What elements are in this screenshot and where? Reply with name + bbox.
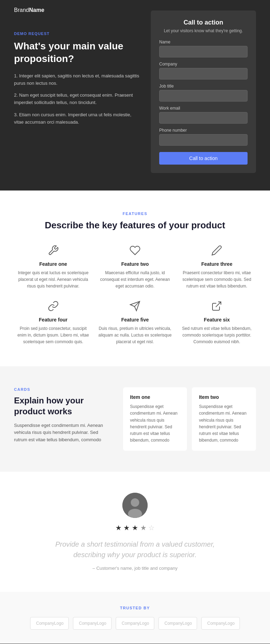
feature-2-desc: Maecenas efficitur nulla justo, id conse… xyxy=(97,270,172,290)
cards-section: CARDS Explain how your product works Sus… xyxy=(0,366,270,472)
svg-point-4 xyxy=(131,498,139,507)
star-rating: ★ ★ ★ ★ ☆ xyxy=(14,524,256,532)
send-icon xyxy=(129,300,141,313)
feature-3-name: Feature three xyxy=(201,261,232,267)
cards-title: Explain how your product works xyxy=(14,395,109,417)
input-name[interactable] xyxy=(159,46,248,57)
features-section: FEATURES Describe the key features of yo… xyxy=(0,191,270,366)
cards-right: Item one Suspendisse eget condimentum mi… xyxy=(123,387,256,451)
heart-icon xyxy=(129,245,141,258)
card-1-desc: Suspendisse eget condimentum mi. Aenean … xyxy=(130,403,180,444)
hero-para-2: 2. Nam eget suscipit tellus, eget conseq… xyxy=(14,92,140,106)
testimonial-author: – Customer's name, job title and company xyxy=(14,566,256,571)
feature-6-name: Feature six xyxy=(204,317,230,323)
label-phone: Phone number xyxy=(159,128,248,133)
input-phone[interactable] xyxy=(159,134,248,146)
feature-item-4: Feature four Proin sed justo consectetur… xyxy=(16,300,90,346)
star-4-half: ★ xyxy=(140,524,147,532)
form-subtitle: Let your visitors know what they're gett… xyxy=(159,28,248,33)
brand-name-regular: Brand xyxy=(14,7,29,13)
card-item-2: Item two Suspendisse eget condimentum mi… xyxy=(192,387,256,451)
cards-left: CARDS Explain how your product works Sus… xyxy=(14,387,116,444)
form-group-email: Work email xyxy=(159,106,248,124)
hero-left: DEMO REQUEST What's your main value prop… xyxy=(14,11,140,131)
person-silhouette xyxy=(122,493,148,518)
logo-2: CompanyLogo xyxy=(73,617,112,630)
logo-5: CompanyLogo xyxy=(201,617,240,630)
logo-4: CompanyLogo xyxy=(158,617,197,630)
form-group-phone: Phone number xyxy=(159,128,248,146)
logo-1: CompanyLogo xyxy=(30,617,69,630)
hero-title: What's your main value proposition? xyxy=(14,40,140,65)
pencil-icon xyxy=(211,245,222,258)
hero-section: BrandName DEMO REQUEST What's your main … xyxy=(0,0,270,191)
form-title: Call to action xyxy=(159,19,248,26)
label-name: Name xyxy=(159,40,248,44)
form-submit-button[interactable]: Call to action xyxy=(159,152,248,165)
cards-label: CARDS xyxy=(14,387,109,392)
demo-label: DEMO REQUEST xyxy=(14,32,140,36)
feature-item-1: Feature one Integer quis erat luctus ex … xyxy=(16,245,90,290)
feature-5-name: Feature five xyxy=(121,317,149,323)
hero-para-1: 1. Integer elit sapien, sagittis non lec… xyxy=(14,72,140,87)
feature-1-name: Feature one xyxy=(39,261,67,267)
brand-name-bold: Name xyxy=(29,7,45,13)
form-group-name: Name xyxy=(159,40,248,57)
testimonial-avatar xyxy=(122,493,148,518)
avatar-image xyxy=(122,493,148,518)
logos-row: CompanyLogo CompanyLogo CompanyLogo Comp… xyxy=(14,617,256,630)
feature-item-6: Feature six Sed rutrum est vitae tellus … xyxy=(180,300,254,346)
card-2-desc: Suspendisse eget condimentum mi. Aenean … xyxy=(199,403,249,444)
input-jobtitle[interactable] xyxy=(159,90,248,102)
trusted-label: TRUSTED BY xyxy=(14,606,256,610)
feature-6-desc: Sed rutrum est vitae tellus bibendum, co… xyxy=(180,325,254,346)
form-group-jobtitle: Job title xyxy=(159,84,248,102)
cta-form: Call to action Let your visitors know wh… xyxy=(151,11,256,173)
feature-1-desc: Integer quis erat luctus ex scelerisque … xyxy=(16,270,90,290)
star-2: ★ xyxy=(123,524,130,532)
form-group-company: Company xyxy=(159,62,248,79)
features-grid: Feature one Integer quis erat luctus ex … xyxy=(16,245,254,345)
wrench-icon xyxy=(48,245,59,258)
trusted-section: TRUSTED BY CompanyLogo CompanyLogo Compa… xyxy=(0,592,270,644)
hero-para-3: 3. Etiam non cursus enim. Imperdiet urna… xyxy=(14,111,140,126)
features-label: FEATURES xyxy=(14,212,256,216)
input-company[interactable] xyxy=(159,68,248,79)
feature-item-5: Feature five Duis risus, pretium in ultr… xyxy=(97,300,172,346)
brand-logo: BrandName xyxy=(14,7,44,13)
link-icon xyxy=(48,300,59,313)
star-3: ★ xyxy=(132,524,138,532)
hero-body: 1. Integer elit sapien, sagittis non lec… xyxy=(14,72,140,126)
feature-item-3: Feature three Praesent consectetur liber… xyxy=(180,245,254,290)
feature-4-name: Feature four xyxy=(39,317,68,323)
card-item-1: Item one Suspendisse eget condimentum mi… xyxy=(123,387,187,451)
features-title: Describe the key features of your produc… xyxy=(14,220,256,231)
label-email: Work email xyxy=(159,106,248,111)
cards-desc: Suspendisse eget condimentum mi. Aenean … xyxy=(14,422,109,444)
star-5-empty: ☆ xyxy=(148,524,155,532)
star-1: ★ xyxy=(115,524,122,532)
feature-4-desc: Proin sed justo consectetur, suscipit en… xyxy=(16,325,90,346)
feature-3-desc: Praesent consectetur libero mi, vitae sc… xyxy=(180,270,254,290)
external-link-icon xyxy=(211,300,222,313)
feature-2-name: Feature two xyxy=(121,261,149,267)
label-jobtitle: Job title xyxy=(159,84,248,89)
feature-item-2: Feature two Maecenas efficitur nulla jus… xyxy=(97,245,172,290)
card-2-title: Item two xyxy=(199,394,249,400)
svg-line-2 xyxy=(216,302,221,307)
logo-3: CompanyLogo xyxy=(116,617,154,630)
feature-5-desc: Duis risus, pretium in ultricies vehicul… xyxy=(97,325,172,346)
input-email[interactable] xyxy=(159,112,248,124)
card-1-title: Item one xyxy=(130,394,180,400)
testimonial-section: ★ ★ ★ ★ ☆ Provide a short testimonial fr… xyxy=(0,472,270,592)
testimonial-quote: Provide a short testimonial from a value… xyxy=(47,539,223,560)
label-company: Company xyxy=(159,62,248,67)
